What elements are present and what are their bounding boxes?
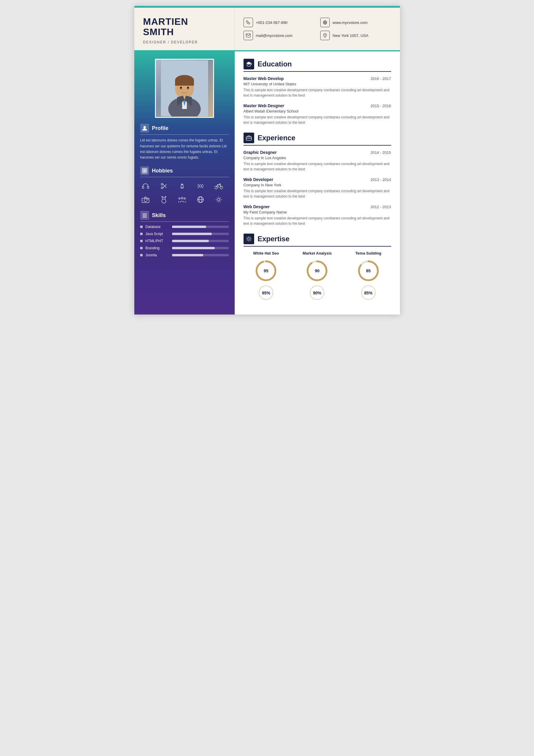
skill-name: Java Script	[146, 232, 169, 236]
contact-email: mail@mycvstore.com	[244, 31, 314, 40]
expertise-item-2: Tema Suilding 85	[346, 251, 391, 283]
hobby-cycling	[213, 181, 224, 191]
entry-subtitle: Company In Los Angeles	[244, 156, 391, 160]
education-header: Education	[244, 59, 391, 72]
web-icon	[320, 18, 330, 27]
skill-bar-bg	[172, 233, 229, 235]
svg-rect-21	[143, 171, 144, 172]
hobby-medal	[158, 194, 169, 205]
skill-item-html: HTML/PHT	[140, 239, 229, 243]
expertise-circle: 95	[254, 259, 278, 283]
hobbies-section-header: Hobbies	[140, 166, 229, 177]
skill-bullet	[140, 226, 143, 228]
profile-text: Lid est laborums doloes rumes the fugate…	[140, 138, 229, 160]
svg-rect-12	[175, 80, 194, 86]
svg-rect-19	[143, 169, 144, 170]
percent-circle-0: 95%	[259, 285, 273, 300]
hobby-chess	[177, 181, 187, 191]
svg-point-41	[178, 198, 180, 199]
experience-section: Experience Graphic Desgner 2014 - 2015 C…	[244, 133, 391, 226]
svg-point-26	[161, 187, 163, 189]
percent-label-2: 85%	[346, 285, 391, 300]
skills-icon	[140, 211, 149, 220]
experience-entry-0: Graphic Desgner 2014 - 2015 Company In L…	[244, 150, 391, 172]
skills-section-header: Skills	[140, 211, 229, 222]
phone-text: +001-234-567-890	[256, 20, 287, 25]
entry-date: 2014 - 2015	[370, 150, 391, 155]
entry-title: Graphic Desgner	[244, 150, 277, 155]
entry-date: 2013 - 2014	[370, 177, 391, 182]
skill-item-branding: Branding	[140, 246, 229, 250]
entry-date: 2016 - 2017	[370, 76, 391, 81]
hobby-headphones	[140, 181, 151, 191]
expertise-grid: White Hat Seo 95 Market Analysis	[244, 251, 391, 283]
skill-bar-fill	[172, 240, 209, 242]
phone-icon	[244, 18, 253, 27]
hobby-team	[177, 194, 187, 205]
entry-desc: This is sample text creative development…	[244, 115, 391, 125]
resume-container: MARTIEN SMITH DESIGNER / DEVELOPER +001-…	[134, 6, 400, 314]
entry-desc: This is sample text creative development…	[244, 188, 391, 199]
entry-desc: This is sample text creative development…	[244, 87, 391, 98]
skill-bar-bg	[172, 226, 229, 228]
profile-icon	[140, 124, 149, 133]
svg-point-40	[181, 197, 183, 199]
skill-name: Branding	[146, 246, 169, 250]
resume-header: MARTIEN SMITH DESIGNER / DEVELOPER +001-…	[134, 8, 400, 51]
svg-rect-20	[145, 169, 146, 170]
expertise-item-0: White Hat Seo 95	[244, 251, 289, 283]
entry-header: Master Web Desgner 2015 - 2016	[244, 103, 391, 108]
svg-point-16	[187, 87, 189, 89]
svg-rect-4	[246, 34, 250, 37]
entry-header: Graphic Desgner 2014 - 2015	[244, 150, 391, 155]
hobbies-grid	[140, 181, 229, 205]
contact-phone: +001-234-567-890	[244, 18, 314, 27]
header-name-section: MARTIEN SMITH DESIGNER / DEVELOPER	[134, 8, 235, 50]
expertise-icon	[244, 233, 254, 244]
percent-circle-1: 90%	[310, 285, 324, 300]
profile-section-header: Profile	[140, 124, 229, 135]
skill-bullet	[140, 247, 143, 249]
expertise-label: Tema Suilding	[356, 251, 381, 256]
contact-section: +001-234-567-890 www.mycvstore.com	[235, 8, 400, 50]
experience-entry-1: Web Developer 2013 - 2014 Company In New…	[244, 177, 391, 199]
entry-title: Master Web Desgner	[244, 103, 284, 108]
education-icon	[244, 59, 254, 69]
svg-rect-23	[142, 186, 144, 188]
location-icon	[320, 31, 330, 40]
skill-bullet	[140, 233, 143, 235]
skill-name: HTML/PHT	[146, 239, 169, 243]
entry-title: Web Developer	[244, 177, 273, 182]
entry-date: 2012 - 2013	[370, 205, 391, 209]
svg-point-17	[144, 126, 146, 128]
expertise-header: Expertise	[244, 233, 391, 247]
svg-point-37	[144, 199, 147, 202]
entry-subtitle: My Feist Company Name	[244, 210, 391, 214]
entry-header: Web Desgner 2012 - 2013	[244, 204, 391, 209]
hobby-globe	[195, 194, 206, 205]
contact-web: www.mycvstore.com	[320, 18, 391, 27]
entry-desc: This is sample text creative development…	[244, 161, 391, 172]
hobbies-icon	[140, 166, 149, 175]
photo-placeholder	[156, 60, 213, 117]
entry-subtitle: Company In New York	[244, 183, 391, 187]
expertise-item-1: Market Analysis 90	[295, 251, 340, 283]
skill-bar-fill	[172, 226, 206, 228]
experience-title: Experience	[258, 134, 296, 142]
contact-location: New York 1007, USA	[320, 31, 391, 40]
svg-point-35	[219, 184, 221, 185]
skills-title: Skills	[152, 212, 166, 219]
entry-title: Web Desgner	[244, 204, 270, 209]
skill-bullet	[140, 240, 143, 242]
svg-point-15	[180, 87, 182, 89]
svg-point-5	[324, 35, 325, 36]
skill-bar-fill	[172, 233, 212, 235]
expertise-label: Market Analysis	[303, 251, 332, 256]
entry-subtitle: MIT University of United States	[244, 82, 391, 86]
svg-point-42	[184, 198, 185, 199]
skill-bar-bg	[172, 247, 229, 249]
email-icon	[244, 31, 253, 40]
svg-point-38	[147, 199, 148, 199]
skills-list: Database Java Script HTML/PHT	[140, 225, 229, 257]
hobby-camera	[140, 194, 151, 205]
